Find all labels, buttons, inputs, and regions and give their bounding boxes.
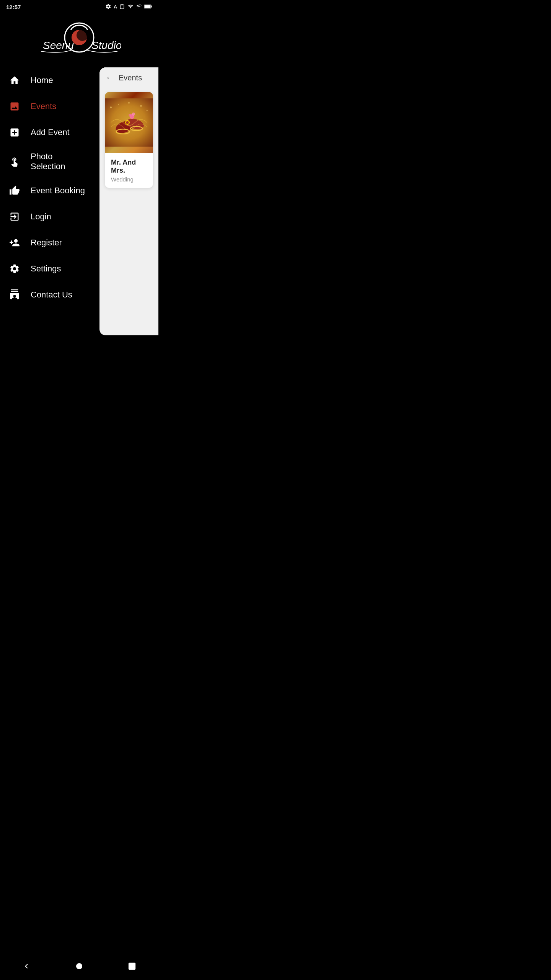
home-label: Home — [31, 75, 53, 85]
sidebar-item-login[interactable]: Login — [0, 204, 99, 230]
status-icons: A — [105, 3, 152, 11]
svg-text:Seenu: Seenu — [43, 39, 74, 51]
svg-point-19 — [132, 113, 135, 116]
back-button[interactable]: ← — [106, 73, 114, 83]
event-type: Wedding — [111, 176, 147, 183]
sidebar-item-register[interactable]: Register — [0, 230, 99, 256]
events-icon — [8, 100, 21, 113]
login-label: Login — [31, 212, 51, 222]
status-bar: 12:57 A — [0, 0, 158, 14]
content-title: Events — [119, 74, 142, 82]
svg-point-12 — [140, 105, 142, 107]
home-icon — [8, 74, 21, 87]
content-panel: ← Events — [99, 67, 158, 335]
photo-selection-label: PhotoSelection — [31, 152, 65, 172]
event-card-image — [105, 92, 153, 153]
event-name: Mr. And Mrs. — [111, 158, 147, 175]
touch-icon — [8, 155, 21, 168]
logo-area: Seenu Studio — [0, 14, 158, 67]
clipboard-status-icon — [119, 3, 125, 11]
content-header: ← Events — [99, 67, 158, 88]
event-booking-label: Event Booking — [31, 186, 85, 196]
svg-point-5 — [77, 29, 88, 41]
login-icon — [8, 210, 21, 224]
event-card[interactable]: Mr. And Mrs. Wedding — [105, 92, 153, 188]
sidebar-item-home[interactable]: Home — [0, 67, 99, 93]
svg-point-10 — [118, 104, 119, 105]
contact-icon — [8, 288, 21, 302]
svg-point-13 — [147, 110, 148, 111]
settings-icon — [8, 262, 21, 276]
register-label: Register — [31, 238, 62, 248]
sidebar-item-settings[interactable]: Settings — [0, 256, 99, 282]
svg-text:Studio: Studio — [91, 39, 121, 51]
status-time: 12:57 — [6, 4, 21, 10]
add-icon — [8, 126, 21, 139]
app-logo: Seenu Studio — [37, 21, 121, 56]
add-event-label: Add Event — [31, 127, 70, 137]
register-icon — [8, 236, 21, 250]
sidebar-item-events[interactable]: Events — [0, 93, 99, 119]
events-label: Events — [31, 101, 56, 111]
thumbsup-icon — [8, 184, 21, 198]
sidebar-drawer: Home Events Add Event PhotoSelection — [0, 67, 99, 308]
sidebar-item-event-booking[interactable]: Event Booking — [0, 178, 99, 204]
svg-rect-2 — [144, 5, 150, 8]
svg-point-11 — [128, 102, 130, 104]
sidebar-item-photo-selection[interactable]: PhotoSelection — [0, 145, 99, 178]
battery-icon — [144, 4, 152, 10]
app-body: Home Events Add Event PhotoSelection — [0, 67, 158, 308]
contact-us-label: Contact Us — [31, 290, 72, 300]
signal-icon — [136, 3, 142, 11]
sidebar-item-add-event[interactable]: Add Event — [0, 119, 99, 145]
settings-label: Settings — [31, 264, 61, 274]
svg-point-9 — [110, 106, 112, 108]
a-status-icon: A — [114, 4, 117, 10]
sidebar-item-contact-us[interactable]: Contact Us — [0, 282, 99, 308]
svg-rect-1 — [152, 5, 152, 7]
event-card-info: Mr. And Mrs. Wedding — [105, 153, 153, 188]
gear-status-icon — [105, 3, 111, 11]
svg-point-20 — [129, 114, 131, 116]
wifi-icon — [127, 4, 134, 10]
